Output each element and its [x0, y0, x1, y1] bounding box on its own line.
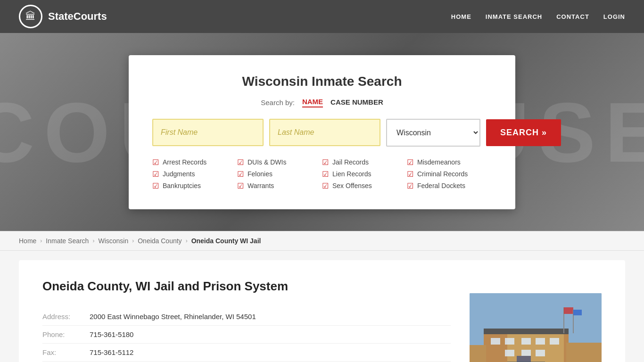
checklist-col-1: ☑ Arrest Records ☑ Judgments ☑ Bankruptc… — [152, 158, 237, 190]
content-left: Oneida County, WI Jail and Prison System… — [42, 279, 451, 362]
state-select[interactable]: Wisconsin Alabama Alaska Arizona Califor… — [386, 119, 480, 147]
breadcrumb-wisconsin[interactable]: Wisconsin — [98, 237, 128, 245]
search-card: Wisconsin Inmate Search Search by: NAME … — [129, 55, 515, 209]
checklist-grid: ☑ Arrest Records ☑ Judgments ☑ Bankruptc… — [152, 158, 492, 190]
check-federal-dockets: ☑ Federal Dockets — [407, 181, 492, 190]
svg-rect-14 — [517, 356, 531, 362]
search-card-title: Wisconsin Inmate Search — [152, 74, 492, 89]
check-icon-duis: ☑ — [237, 158, 244, 167]
building-svg: ONEIDA COUNTY LAW ENFORCEMENT — [470, 293, 602, 362]
table-row-address: Address: 2000 East Winnebago Street, Rhi… — [42, 308, 451, 326]
check-felonies: ☑ Felonies — [237, 170, 322, 179]
svg-rect-3 — [484, 331, 507, 362]
check-icon-bankruptcies: ☑ — [152, 181, 159, 190]
svg-rect-16 — [564, 307, 573, 314]
tab-name[interactable]: NAME — [302, 98, 323, 107]
check-label-criminal-records: Criminal Records — [417, 170, 468, 178]
check-label-judgments: Judgments — [163, 170, 195, 178]
check-icon-jail-records: ☑ — [322, 158, 329, 167]
label-address: Address: — [42, 308, 90, 326]
check-label-federal-dockets: Federal Dockets — [417, 182, 465, 189]
svg-rect-13 — [536, 350, 545, 356]
first-name-input[interactable] — [152, 119, 264, 146]
table-row-phone: Phone: 715-361-5180 — [42, 326, 451, 344]
check-icon-sex-offenses: ☑ — [322, 181, 329, 190]
check-label-warrants: Warrants — [248, 182, 274, 189]
breadcrumb-sep-1: › — [40, 238, 42, 244]
check-icon-lien-records: ☑ — [322, 170, 329, 179]
logo-area[interactable]: 🏛 StateCourts — [19, 5, 107, 28]
check-label-sex-offenses: Sex Offenses — [332, 182, 372, 189]
logo-icon: 🏛 — [19, 5, 42, 28]
check-sex-offenses: ☑ Sex Offenses — [322, 181, 407, 190]
search-button[interactable]: SEARCH » — [486, 119, 561, 146]
check-misdemeanors: ☑ Misdemeanors — [407, 158, 492, 167]
table-row-fax: Fax: 715-361-5112 — [42, 344, 451, 362]
nav-contact[interactable]: CONTACT — [556, 13, 589, 20]
breadcrumb-sep-3: › — [132, 238, 134, 244]
svg-rect-12 — [521, 350, 531, 356]
content-title: Oneida County, WI Jail and Prison System — [42, 279, 451, 294]
breadcrumb-sep-4: › — [186, 238, 188, 244]
checklist-col-2: ☑ DUIs & DWIs ☑ Felonies ☑ Warrants — [237, 158, 322, 190]
check-icon-criminal-records: ☑ — [407, 170, 413, 179]
svg-rect-10 — [550, 338, 559, 345]
checklist-col-4: ☑ Misdemeanors ☑ Criminal Records ☑ Fede… — [407, 158, 492, 190]
building-image: ONEIDA COUNTY LAW ENFORCEMENT — [470, 293, 602, 362]
svg-rect-11 — [505, 350, 514, 356]
check-criminal-records: ☑ Criminal Records — [407, 170, 492, 179]
check-label-felonies: Felonies — [248, 170, 272, 178]
check-warrants: ☑ Warrants — [237, 181, 322, 190]
check-icon-felonies: ☑ — [237, 170, 244, 179]
check-icon-judgments: ☑ — [152, 170, 159, 179]
search-by-label: Search by: — [261, 99, 295, 107]
check-bankruptcies: ☑ Bankruptcies — [152, 181, 237, 190]
content-card: Oneida County, WI Jail and Prison System… — [19, 260, 625, 362]
check-icon-federal-dockets: ☑ — [407, 181, 413, 190]
breadcrumb: Home › Inmate Search › Wisconsin › Oneid… — [0, 231, 644, 251]
svg-rect-19 — [470, 345, 486, 362]
search-inputs-row: Wisconsin Alabama Alaska Arizona Califor… — [152, 119, 492, 147]
nav-home[interactable]: HOME — [451, 13, 471, 20]
check-icon-arrest: ☑ — [152, 158, 159, 167]
nav-inmate-search[interactable]: INMATE SEARCH — [486, 13, 542, 20]
label-fax: Fax: — [42, 344, 90, 362]
check-label-lien-records: Lien Records — [332, 170, 372, 178]
check-label-jail-records: Jail Records — [332, 158, 369, 166]
svg-rect-9 — [536, 338, 545, 345]
svg-rect-8 — [521, 338, 531, 345]
logo-text: StateCourts — [48, 10, 107, 23]
label-phone: Phone: — [42, 326, 90, 344]
svg-rect-5 — [484, 329, 569, 334]
value-address: 2000 East Winnebago Street, Rhinelander,… — [90, 308, 451, 326]
last-name-input[interactable] — [269, 119, 380, 146]
check-judgments: ☑ Judgments — [152, 170, 237, 179]
info-table: Address: 2000 East Winnebago Street, Rhi… — [42, 308, 451, 362]
tab-case-number[interactable]: CASE NUMBER — [330, 98, 383, 107]
checklist-col-3: ☑ Jail Records ☑ Lien Records ☑ Sex Offe… — [322, 158, 407, 190]
breadcrumb-home[interactable]: Home — [19, 237, 36, 245]
check-label-arrest: Arrest Records — [163, 158, 206, 166]
check-duis: ☑ DUIs & DWIs — [237, 158, 322, 167]
breadcrumb-inmate-search[interactable]: Inmate Search — [46, 237, 89, 245]
value-fax: 715-361-5112 — [90, 344, 451, 362]
check-label-bankruptcies: Bankruptcies — [163, 182, 201, 189]
svg-rect-18 — [573, 310, 582, 315]
main-nav: HOME INMATE SEARCH CONTACT LOGIN — [451, 13, 625, 20]
check-icon-warrants: ☑ — [237, 181, 244, 190]
svg-rect-6 — [491, 338, 500, 345]
nav-login[interactable]: LOGIN — [603, 13, 625, 20]
svg-rect-7 — [505, 338, 514, 345]
svg-rect-20 — [566, 343, 602, 362]
search-by-row: Search by: NAME CASE NUMBER — [152, 98, 492, 107]
breadcrumb-current: Oneida County WI Jail — [191, 237, 261, 245]
check-arrest-records: ☑ Arrest Records — [152, 158, 237, 167]
value-phone: 715-361-5180 — [90, 326, 451, 344]
site-header: 🏛 StateCourts HOME INMATE SEARCH CONTACT… — [0, 0, 644, 33]
check-jail-records: ☑ Jail Records — [322, 158, 407, 167]
breadcrumb-sep-2: › — [92, 238, 94, 244]
hero-section: COURTHOUSE Wisconsin Inmate Search Searc… — [0, 33, 644, 231]
check-icon-misdemeanors: ☑ — [407, 158, 413, 167]
breadcrumb-oneida-county[interactable]: Oneida County — [138, 237, 182, 245]
check-lien-records: ☑ Lien Records — [322, 170, 407, 179]
